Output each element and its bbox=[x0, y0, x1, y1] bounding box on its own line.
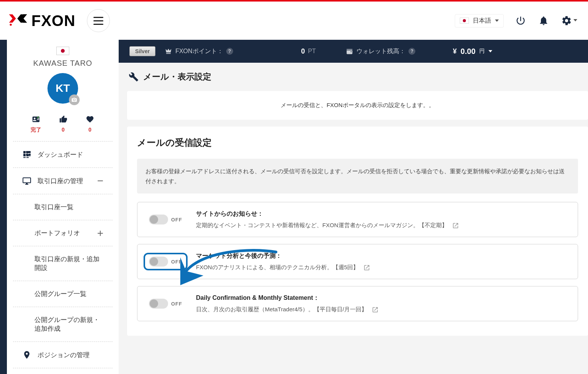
sidebar-item-accounts-new[interactable]: 取引口座の新規・追加開設 bbox=[13, 246, 113, 281]
points-label: FXONポイント： ? bbox=[165, 47, 233, 55]
page-title: メール・表示設定 bbox=[143, 71, 211, 83]
tier-badge[interactable]: Silver bbox=[129, 46, 155, 56]
monitor-icon bbox=[22, 176, 31, 185]
power-icon[interactable] bbox=[514, 15, 527, 27]
sidebar-item-label: ポジションの管理 bbox=[38, 351, 90, 359]
sidebar-item-label: 取引口座の新規・追加開設 bbox=[34, 255, 103, 272]
sidebar-item-groups-list[interactable]: 公開グループ一覧 bbox=[13, 281, 113, 307]
collapse-icon: − bbox=[97, 176, 103, 186]
account-topbar: Silver FXONポイント： ? 0 PT ウォレット残高： ? ¥ 0.0… bbox=[119, 40, 588, 63]
setting-title: サイトからのお知らせ： bbox=[196, 210, 568, 218]
heart-icon bbox=[85, 115, 95, 124]
svg-rect-4 bbox=[23, 154, 25, 156]
profile-card: KAWASE TARO KT bbox=[7, 40, 119, 107]
svg-rect-1 bbox=[23, 151, 25, 153]
svg-point-0 bbox=[10, 24, 11, 26]
stat-kyc-value: 完了 bbox=[31, 127, 41, 133]
sidebar-item-label: 公開グループの新規・追加作成 bbox=[34, 315, 103, 333]
language-selector[interactable]: 日本語 bbox=[455, 14, 504, 28]
svg-rect-6 bbox=[29, 154, 31, 156]
setting-row-site-news: OFF サイトからのお知らせ： 定期的なイベント・コンテストや新着情報など、FX… bbox=[137, 202, 578, 237]
profile-name: KAWASE TARO bbox=[13, 59, 113, 68]
setting-title: Daily Confirmation & Monthly Statement： bbox=[196, 294, 568, 302]
crown-icon bbox=[165, 47, 172, 55]
intro-text: メールの受信と、FXONポータルの表示の設定をします。。 bbox=[281, 102, 434, 108]
sidebar-item-accounts-list[interactable]: 取引口座一覧 bbox=[13, 194, 113, 220]
settings-section: メールの受信設定 お客様の登録メールアドレスに送付される、メールの受信可否を設定… bbox=[127, 127, 588, 336]
thumbs-up-icon bbox=[58, 115, 68, 124]
sidebar: KAWASE TARO KT 完了 0 0 bbox=[0, 40, 119, 374]
camera-icon[interactable] bbox=[69, 94, 80, 105]
location-icon bbox=[22, 350, 31, 359]
sidebar-menu: ダッシュボード 取引口座の管理 − 取引口座一覧 ポートフォリオ + 取引口座の… bbox=[7, 141, 119, 368]
setting-title: マーケット分析と今後の予測： bbox=[196, 252, 568, 260]
section-title: メールの受信設定 bbox=[137, 137, 578, 149]
id-card-icon bbox=[31, 115, 41, 124]
toggle-site-news[interactable] bbox=[149, 215, 168, 224]
stat-kyc[interactable]: 完了 bbox=[31, 115, 41, 133]
app-header: FXON 日本語 bbox=[0, 2, 588, 40]
chevron-down-icon bbox=[573, 19, 577, 21]
svg-rect-3 bbox=[29, 151, 31, 153]
sidebar-item-label: ダッシュボード bbox=[38, 150, 83, 159]
language-label: 日本語 bbox=[473, 17, 491, 25]
logo-text: FXON bbox=[31, 12, 75, 29]
stat-likes[interactable]: 0 bbox=[58, 115, 68, 133]
sidebar-item-dashboard[interactable]: ダッシュボード bbox=[13, 141, 113, 168]
sidebar-item-accounts[interactable]: 取引口座の管理 − bbox=[13, 168, 113, 194]
page-title-row: メール・表示設定 bbox=[127, 71, 588, 83]
grid-icon bbox=[22, 150, 31, 159]
sidebar-item-positions[interactable]: ポジションの管理 bbox=[13, 342, 113, 368]
stat-favorites-value: 0 bbox=[88, 127, 91, 133]
balance-display[interactable]: ¥ 0.00 円 bbox=[453, 47, 492, 56]
svg-rect-2 bbox=[26, 151, 28, 153]
external-link-icon[interactable] bbox=[452, 222, 459, 229]
profile-flag-icon bbox=[56, 47, 69, 55]
external-link-icon[interactable] bbox=[372, 306, 379, 313]
sidebar-item-groups-new[interactable]: 公開グループの新規・追加作成 bbox=[13, 307, 113, 342]
sidebar-item-label: 取引口座の管理 bbox=[38, 177, 83, 185]
wrench-icon bbox=[129, 72, 139, 82]
gear-icon[interactable] bbox=[560, 15, 573, 27]
intro-card: メールの受信と、FXONポータルの表示の設定をします。。 bbox=[127, 91, 588, 120]
profile-stats: 完了 0 0 bbox=[13, 107, 113, 141]
toggle-daily[interactable] bbox=[149, 299, 168, 309]
section-note: お客様の登録メールアドレスに送付される、メールの受信可否を設定します。メールの受… bbox=[137, 159, 578, 194]
setting-row-market: OFF マーケット分析と今後の予測： FXONのアナリストによる、相場のテクニカ… bbox=[137, 244, 578, 279]
app-logo[interactable]: FXON bbox=[8, 11, 75, 30]
expand-icon: + bbox=[97, 228, 103, 239]
toggle-market[interactable] bbox=[149, 257, 168, 267]
help-icon[interactable]: ? bbox=[226, 48, 233, 55]
setting-desc: FXONのアナリストによる、相場のテクニカル分析。【週5回】 bbox=[196, 264, 359, 271]
setting-desc: 定期的なイベント・コンテストや新着情報など、FXON運営者からのメールマガジン。… bbox=[196, 222, 448, 229]
toggle-label: OFF bbox=[171, 301, 182, 307]
stat-favorites[interactable]: 0 bbox=[85, 115, 95, 133]
main-content: Silver FXONポイント： ? 0 PT ウォレット残高： ? ¥ 0.0… bbox=[119, 40, 588, 374]
toggle-label: OFF bbox=[171, 259, 182, 265]
chevron-down-icon bbox=[488, 50, 492, 52]
wallet-icon bbox=[346, 47, 353, 55]
toggle-label: OFF bbox=[171, 217, 182, 223]
sidebar-item-label: 公開グループ一覧 bbox=[34, 289, 87, 298]
chevron-down-icon bbox=[495, 20, 499, 22]
help-icon[interactable]: ? bbox=[408, 48, 415, 55]
sidebar-item-portfolio[interactable]: ポートフォリオ + bbox=[13, 220, 113, 246]
japan-flag-icon bbox=[460, 18, 469, 24]
wallet-label: ウォレット残高： ? bbox=[346, 47, 415, 55]
points-value: 0 PT bbox=[301, 47, 316, 55]
svg-rect-5 bbox=[26, 154, 28, 156]
external-link-icon[interactable] bbox=[363, 264, 370, 271]
stat-likes-value: 0 bbox=[62, 127, 65, 133]
setting-desc: 日次、月次のお取引履歴（MetaTrader4/5）。【平日毎日/月一回】 bbox=[196, 306, 367, 313]
sidebar-item-label: 取引口座一覧 bbox=[34, 203, 74, 211]
hamburger-menu-button[interactable] bbox=[87, 9, 110, 32]
bell-icon[interactable] bbox=[537, 15, 550, 27]
setting-row-daily: OFF Daily Confirmation & Monthly Stateme… bbox=[137, 286, 578, 321]
sidebar-item-label: ポートフォリオ bbox=[34, 229, 80, 237]
logo-icon bbox=[8, 11, 28, 30]
